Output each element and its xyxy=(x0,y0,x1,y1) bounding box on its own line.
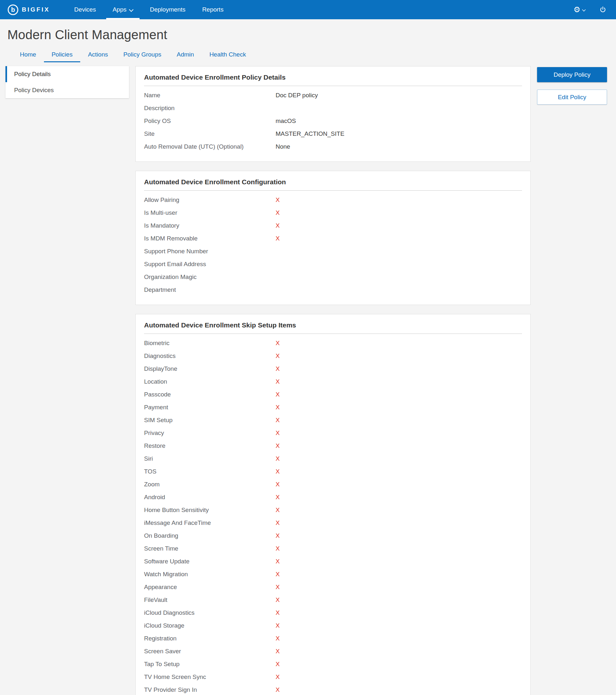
field-label: Diagnostics xyxy=(144,353,276,359)
nav-item-label: Apps xyxy=(112,6,126,13)
field-row: AndroidX xyxy=(144,491,522,504)
field-label: Screen Time xyxy=(144,545,276,552)
flag-x: X xyxy=(276,674,522,681)
field-label: Software Update xyxy=(144,558,276,565)
flag-x: X xyxy=(276,235,522,242)
field-label: Organization Magic xyxy=(144,273,276,281)
tab-policy-groups[interactable]: Policy Groups xyxy=(116,47,169,62)
field-row: PasscodeX xyxy=(144,388,522,401)
field-row: LocationX xyxy=(144,375,522,388)
field-label: Biometric xyxy=(144,340,276,347)
field-row: TOSX xyxy=(144,465,522,478)
power-icon xyxy=(599,6,606,13)
flag-x: X xyxy=(276,391,522,398)
field-label: Zoom xyxy=(144,481,276,488)
field-row: PrivacyX xyxy=(144,427,522,439)
field-label: FileVault xyxy=(144,596,276,604)
tab-health-check[interactable]: Health Check xyxy=(202,47,254,62)
bigfix-logo-icon: b xyxy=(8,4,18,15)
field-row: Tap To SetupX xyxy=(144,658,522,671)
flag-x: X xyxy=(276,365,522,372)
field-row: Software UpdateX xyxy=(144,555,522,568)
nav-item-deployments[interactable]: Deployments xyxy=(141,0,194,19)
page-title: Modern Client Management xyxy=(0,19,616,47)
tab-bar: HomePoliciesActionsPolicy GroupsAdminHea… xyxy=(0,47,616,62)
deploy-policy-button[interactable]: Deploy Policy xyxy=(537,67,607,82)
settings-menu-button[interactable]: ⚙ xyxy=(573,6,586,14)
nav-item-label: Deployments xyxy=(150,6,186,13)
card-body: Allow PairingXIs Multi-userXIs Mandatory… xyxy=(144,193,522,296)
field-label: Android xyxy=(144,494,276,501)
flag-x: X xyxy=(276,353,522,359)
field-row: Is MDM RemovableX xyxy=(144,232,522,245)
field-label: Department xyxy=(144,286,276,293)
field-row: Is MandatoryX xyxy=(144,219,522,232)
field-label: Screen Saver xyxy=(144,648,276,655)
field-row: ZoomX xyxy=(144,478,522,491)
field-row: DiagnosticsX xyxy=(144,350,522,362)
tab-policies[interactable]: Policies xyxy=(44,47,80,62)
content-area: Policy DetailsPolicy Devices Automated D… xyxy=(0,62,616,695)
chevron-down-icon xyxy=(582,8,585,11)
field-row: SiteMASTER_ACTION_SITE xyxy=(144,128,522,140)
field-label: Privacy xyxy=(144,429,276,437)
flag-x: X xyxy=(276,532,522,539)
flag-x: X xyxy=(276,520,522,526)
field-row: Description xyxy=(144,102,522,115)
field-row: On BoardingX xyxy=(144,529,522,542)
card-automated-device-enrollment-skip-setup-items: Automated Device Enrollment Skip Setup I… xyxy=(135,314,531,695)
field-label: On Boarding xyxy=(144,532,276,539)
field-row: FileVaultX xyxy=(144,594,522,606)
field-row: AppearanceX xyxy=(144,581,522,594)
edit-policy-button[interactable]: Edit Policy xyxy=(537,89,607,105)
field-label: Name xyxy=(144,92,276,99)
flag-x: X xyxy=(276,622,522,629)
nav-item-apps[interactable]: Apps xyxy=(104,0,141,19)
tab-home[interactable]: Home xyxy=(12,47,44,62)
tab-admin[interactable]: Admin xyxy=(169,47,202,62)
field-row: Department xyxy=(144,284,522,296)
field-row: Home Button SensitivityX xyxy=(144,504,522,516)
field-label: Site xyxy=(144,130,276,137)
field-label: Registration xyxy=(144,635,276,642)
flag-x: X xyxy=(276,222,522,229)
field-row: TV Home Screen SyncX xyxy=(144,671,522,683)
bigfix-logo[interactable]: b BIGFIX xyxy=(8,0,50,19)
flag-x: X xyxy=(276,609,522,616)
field-label: iCloud Storage xyxy=(144,622,276,629)
field-label: Location xyxy=(144,378,276,385)
power-button[interactable] xyxy=(599,6,606,13)
sidebar-item-policy-details[interactable]: Policy Details xyxy=(5,66,129,82)
field-label: iMessage And FaceTime xyxy=(144,520,276,526)
flag-x: X xyxy=(276,571,522,578)
sidebar-item-policy-devices[interactable]: Policy Devices xyxy=(5,82,129,98)
flag-x: X xyxy=(276,197,522,204)
field-row: SIM SetupX xyxy=(144,414,522,427)
field-label: TOS xyxy=(144,468,276,475)
nav-item-reports[interactable]: Reports xyxy=(194,0,232,19)
field-label: Watch Migration xyxy=(144,571,276,578)
field-row: SiriX xyxy=(144,452,522,465)
field-label: Restore xyxy=(144,442,276,450)
field-label: Home Button Sensitivity xyxy=(144,507,276,514)
field-row: RestoreX xyxy=(144,439,522,452)
tab-actions[interactable]: Actions xyxy=(80,47,116,62)
field-row: BiometricX xyxy=(144,337,522,350)
flag-x: X xyxy=(276,417,522,424)
flag-x: X xyxy=(276,378,522,385)
nav-item-label: Devices xyxy=(74,6,96,13)
field-row: Watch MigrationX xyxy=(144,568,522,581)
flag-x: X xyxy=(276,429,522,437)
field-label: Description xyxy=(144,105,276,112)
flag-x: X xyxy=(276,404,522,411)
card-body: NameDoc DEP policyDescriptionPolicy OSma… xyxy=(144,89,522,153)
nav-item-devices[interactable]: Devices xyxy=(66,0,104,19)
flag-x: X xyxy=(276,558,522,565)
field-label: Policy OS xyxy=(144,118,276,124)
field-label: Is MDM Removable xyxy=(144,235,276,242)
field-row: Allow PairingX xyxy=(144,193,522,206)
flag-x: X xyxy=(276,661,522,668)
flag-x: X xyxy=(276,209,522,216)
field-row: Screen SaverX xyxy=(144,645,522,658)
field-row: Auto Removal Date (UTC) (Optional)None xyxy=(144,140,522,153)
